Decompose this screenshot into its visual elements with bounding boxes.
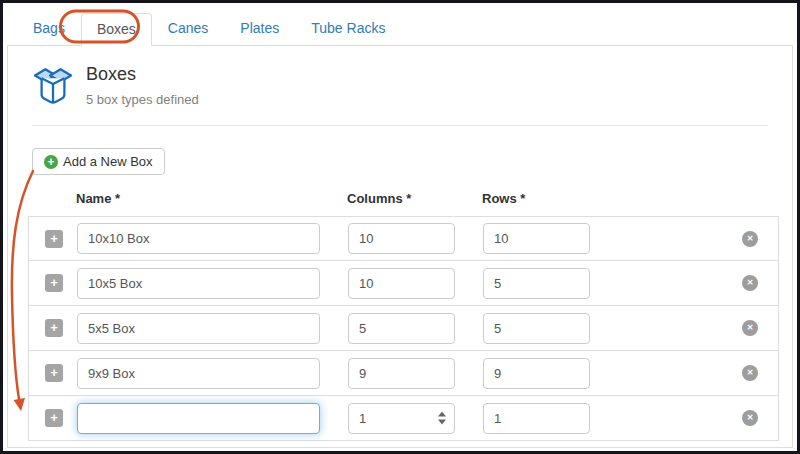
add-new-box-label: Add a New Box — [63, 154, 153, 169]
expand-row-plus-icon[interactable]: + — [45, 319, 63, 337]
box-columns-field — [348, 268, 455, 299]
box-rows-input[interactable] — [483, 313, 590, 344]
panel-header: Boxes 5 box types defined — [8, 46, 792, 107]
table-row: + ✕ — [28, 306, 779, 351]
expand-row-plus-icon[interactable]: + — [45, 364, 63, 382]
expand-row-plus-icon[interactable]: + — [45, 409, 63, 427]
column-header-name: Name * — [76, 191, 120, 206]
expand-row-plus-icon[interactable]: + — [45, 274, 63, 292]
column-header-columns: Columns * — [347, 191, 411, 206]
box-columns-field — [348, 358, 455, 389]
tab-bar: Bags Boxes Canes Plates Tube Racks — [7, 12, 793, 46]
box-name-input[interactable] — [77, 313, 320, 344]
box-rows-input[interactable] — [483, 403, 590, 434]
header-divider — [32, 125, 768, 126]
box-name-input[interactable] — [77, 268, 320, 299]
tab-boxes[interactable]: Boxes — [81, 13, 152, 46]
delete-row-icon[interactable]: ✕ — [742, 410, 758, 426]
box-rows-input[interactable] — [483, 268, 590, 299]
box-name-input[interactable] — [77, 403, 320, 434]
box-rows-field — [483, 268, 590, 299]
box-columns-input[interactable] — [348, 223, 455, 254]
box-rows-field — [483, 358, 590, 389]
box-rows-input[interactable] — [483, 223, 590, 254]
box-name-input[interactable] — [77, 358, 320, 389]
box-columns-input[interactable] — [348, 268, 455, 299]
table-header-row: Name * Columns * Rows * — [28, 191, 792, 207]
box-name-input[interactable] — [77, 223, 320, 254]
number-stepper[interactable] — [438, 412, 446, 425]
table-row: + ✕ — [28, 261, 779, 306]
box-rows-field — [483, 403, 590, 434]
expand-row-plus-icon[interactable]: + — [45, 230, 63, 248]
open-box-icon — [34, 62, 72, 106]
tab-tube-racks[interactable]: Tube Racks — [295, 12, 401, 45]
box-rows-input[interactable] — [483, 358, 590, 389]
tab-canes[interactable]: Canes — [152, 12, 224, 45]
box-columns-field — [348, 223, 455, 254]
delete-row-icon[interactable]: ✕ — [742, 231, 758, 247]
plus-circle-icon: + — [44, 155, 58, 169]
table-row: + ✕ — [28, 216, 779, 261]
table-row: + ✕ — [28, 396, 779, 441]
box-rows-field — [483, 313, 590, 344]
delete-row-icon[interactable]: ✕ — [742, 320, 758, 336]
box-rows-field — [483, 223, 590, 254]
box-columns-input[interactable] — [348, 358, 455, 389]
page-title: Boxes — [86, 62, 199, 85]
add-new-box-button[interactable]: + Add a New Box — [32, 148, 165, 175]
boxes-panel: Boxes 5 box types defined + Add a New Bo… — [7, 46, 793, 448]
panel-header-text: Boxes 5 box types defined — [86, 62, 199, 107]
delete-row-icon[interactable]: ✕ — [742, 275, 758, 291]
tab-plates[interactable]: Plates — [224, 12, 295, 45]
box-columns-field — [348, 313, 455, 344]
table-row: + ✕ — [28, 351, 779, 396]
box-types-table: + ✕ + ✕ + ✕ + — [28, 216, 779, 441]
tab-bags[interactable]: Bags — [17, 12, 81, 45]
box-columns-field — [348, 403, 455, 434]
box-columns-input[interactable] — [348, 313, 455, 344]
column-header-rows: Rows * — [482, 191, 525, 206]
box-count-text: 5 box types defined — [86, 92, 199, 107]
delete-row-icon[interactable]: ✕ — [742, 365, 758, 381]
